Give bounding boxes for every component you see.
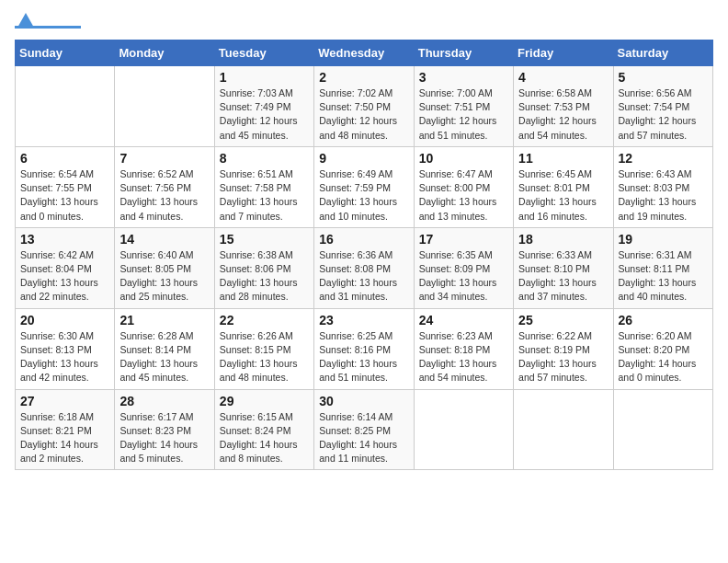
day-number: 16 — [319, 232, 408, 247]
day-number: 25 — [518, 313, 608, 327]
day-detail: Sunrise: 6:42 AM Sunset: 8:04 PM Dayligh… — [20, 248, 109, 304]
day-number: 7 — [119, 151, 209, 166]
day-detail: Sunrise: 6:17 AM Sunset: 8:23 PM Dayligh… — [119, 410, 209, 466]
cell-1-4: 2Sunrise: 7:02 AM Sunset: 7:50 PM Daylig… — [314, 66, 414, 147]
day-number: 10 — [419, 151, 508, 166]
cell-4-2: 21Sunrise: 6:28 AM Sunset: 8:14 PM Dayli… — [115, 308, 214, 389]
day-number: 29 — [220, 394, 309, 408]
logo — [15, 15, 83, 29]
day-detail: Sunrise: 6:25 AM Sunset: 8:16 PM Dayligh… — [319, 329, 408, 385]
day-detail: Sunrise: 6:26 AM Sunset: 8:15 PM Dayligh… — [220, 329, 309, 385]
day-detail: Sunrise: 7:03 AM Sunset: 7:49 PM Dayligh… — [220, 86, 309, 143]
day-detail: Sunrise: 6:30 AM Sunset: 8:13 PM Dayligh… — [20, 329, 109, 385]
day-detail: Sunrise: 6:45 AM Sunset: 8:01 PM Dayligh… — [518, 167, 608, 224]
cell-3-2: 14Sunrise: 6:40 AM Sunset: 8:05 PM Dayli… — [115, 227, 214, 308]
week-row-1: 1Sunrise: 7:03 AM Sunset: 7:49 PM Daylig… — [16, 66, 713, 147]
week-row-5: 27Sunrise: 6:18 AM Sunset: 8:21 PM Dayli… — [16, 389, 713, 470]
day-number: 14 — [119, 232, 209, 247]
page-header — [15, 15, 713, 29]
cell-5-7 — [613, 389, 712, 470]
cell-3-4: 16Sunrise: 6:36 AM Sunset: 8:08 PM Dayli… — [314, 227, 414, 308]
day-number: 28 — [119, 394, 209, 408]
day-number: 8 — [220, 151, 309, 166]
day-detail: Sunrise: 6:31 AM Sunset: 8:11 PM Dayligh… — [619, 248, 708, 304]
cell-4-7: 26Sunrise: 6:20 AM Sunset: 8:20 PM Dayli… — [613, 308, 712, 389]
cell-4-1: 20Sunrise: 6:30 AM Sunset: 8:13 PM Dayli… — [16, 308, 115, 389]
day-detail: Sunrise: 6:51 AM Sunset: 7:58 PM Dayligh… — [220, 167, 309, 224]
cell-2-5: 10Sunrise: 6:47 AM Sunset: 8:00 PM Dayli… — [414, 146, 513, 227]
header-row: SundayMondayTuesdayWednesdayThursdayFrid… — [16, 40, 713, 66]
col-header-monday: Monday — [115, 40, 214, 66]
day-detail: Sunrise: 6:40 AM Sunset: 8:05 PM Dayligh… — [119, 248, 209, 304]
calendar-table: SundayMondayTuesdayWednesdayThursdayFrid… — [15, 40, 713, 470]
day-number: 21 — [119, 313, 209, 327]
day-detail: Sunrise: 6:36 AM Sunset: 8:08 PM Dayligh… — [319, 248, 408, 304]
cell-4-5: 24Sunrise: 6:23 AM Sunset: 8:18 PM Dayli… — [414, 308, 513, 389]
col-header-thursday: Thursday — [414, 40, 513, 66]
week-row-3: 13Sunrise: 6:42 AM Sunset: 8:04 PM Dayli… — [16, 227, 713, 308]
day-detail: Sunrise: 6:43 AM Sunset: 8:03 PM Dayligh… — [619, 167, 708, 224]
cell-5-2: 28Sunrise: 6:17 AM Sunset: 8:23 PM Dayli… — [115, 389, 214, 470]
day-number: 6 — [20, 151, 109, 166]
day-detail: Sunrise: 6:38 AM Sunset: 8:06 PM Dayligh… — [220, 248, 309, 304]
day-number: 27 — [20, 394, 109, 408]
week-row-2: 6Sunrise: 6:54 AM Sunset: 7:55 PM Daylig… — [16, 146, 713, 227]
day-detail: Sunrise: 7:00 AM Sunset: 7:51 PM Dayligh… — [419, 86, 508, 143]
cell-3-3: 15Sunrise: 6:38 AM Sunset: 8:06 PM Dayli… — [214, 227, 313, 308]
cell-5-5 — [414, 389, 513, 470]
cell-2-2: 7Sunrise: 6:52 AM Sunset: 7:56 PM Daylig… — [115, 146, 214, 227]
cell-5-4: 30Sunrise: 6:14 AM Sunset: 8:25 PM Dayli… — [314, 389, 414, 470]
day-detail: Sunrise: 6:52 AM Sunset: 7:56 PM Dayligh… — [119, 167, 209, 224]
day-number: 17 — [419, 232, 508, 247]
day-number: 12 — [619, 151, 708, 166]
cell-5-1: 27Sunrise: 6:18 AM Sunset: 8:21 PM Dayli… — [16, 389, 115, 470]
col-header-sunday: Sunday — [16, 40, 115, 66]
cell-2-1: 6Sunrise: 6:54 AM Sunset: 7:55 PM Daylig… — [16, 146, 115, 227]
day-detail: Sunrise: 6:28 AM Sunset: 8:14 PM Dayligh… — [119, 329, 209, 385]
cell-1-3: 1Sunrise: 7:03 AM Sunset: 7:49 PM Daylig… — [214, 66, 313, 147]
cell-2-6: 11Sunrise: 6:45 AM Sunset: 8:01 PM Dayli… — [514, 146, 613, 227]
day-detail: Sunrise: 6:20 AM Sunset: 8:20 PM Dayligh… — [619, 329, 708, 385]
col-header-tuesday: Tuesday — [214, 40, 313, 66]
cell-3-7: 19Sunrise: 6:31 AM Sunset: 8:11 PM Dayli… — [613, 227, 712, 308]
day-number: 4 — [518, 70, 608, 85]
day-number: 15 — [220, 232, 309, 247]
day-number: 26 — [619, 313, 708, 327]
day-detail: Sunrise: 6:49 AM Sunset: 7:59 PM Dayligh… — [319, 167, 408, 224]
day-detail: Sunrise: 6:56 AM Sunset: 7:54 PM Dayligh… — [619, 86, 708, 143]
cell-4-4: 23Sunrise: 6:25 AM Sunset: 8:16 PM Dayli… — [314, 308, 414, 389]
day-number: 18 — [518, 232, 608, 247]
day-number: 23 — [319, 313, 408, 327]
cell-1-7: 5Sunrise: 6:56 AM Sunset: 7:54 PM Daylig… — [613, 66, 712, 147]
logo-underline — [15, 26, 81, 29]
day-number: 1 — [220, 70, 309, 85]
cell-1-5: 3Sunrise: 7:00 AM Sunset: 7:51 PM Daylig… — [414, 66, 513, 147]
day-detail: Sunrise: 6:35 AM Sunset: 8:09 PM Dayligh… — [419, 248, 508, 304]
day-detail: Sunrise: 6:33 AM Sunset: 8:10 PM Dayligh… — [518, 248, 608, 304]
cell-1-6: 4Sunrise: 6:58 AM Sunset: 7:53 PM Daylig… — [514, 66, 613, 147]
day-number: 11 — [518, 151, 608, 166]
day-detail: Sunrise: 6:58 AM Sunset: 7:53 PM Dayligh… — [518, 86, 608, 143]
day-number: 19 — [619, 232, 708, 247]
cell-5-6 — [514, 389, 613, 470]
day-number: 3 — [419, 70, 508, 85]
day-detail: Sunrise: 6:47 AM Sunset: 8:00 PM Dayligh… — [419, 167, 508, 224]
cell-2-3: 8Sunrise: 6:51 AM Sunset: 7:58 PM Daylig… — [214, 146, 313, 227]
day-number: 22 — [220, 313, 309, 327]
col-header-saturday: Saturday — [613, 40, 712, 66]
week-row-4: 20Sunrise: 6:30 AM Sunset: 8:13 PM Dayli… — [16, 308, 713, 389]
cell-5-3: 29Sunrise: 6:15 AM Sunset: 8:24 PM Dayli… — [214, 389, 313, 470]
cell-2-4: 9Sunrise: 6:49 AM Sunset: 7:59 PM Daylig… — [314, 146, 414, 227]
day-detail: Sunrise: 6:23 AM Sunset: 8:18 PM Dayligh… — [419, 329, 508, 385]
cell-4-6: 25Sunrise: 6:22 AM Sunset: 8:19 PM Dayli… — [514, 308, 613, 389]
day-number: 5 — [619, 70, 708, 85]
day-detail: Sunrise: 6:18 AM Sunset: 8:21 PM Dayligh… — [20, 410, 109, 466]
cell-1-2 — [115, 66, 214, 147]
day-number: 2 — [319, 70, 408, 85]
col-header-wednesday: Wednesday — [314, 40, 414, 66]
col-header-friday: Friday — [514, 40, 613, 66]
day-number: 9 — [319, 151, 408, 166]
day-number: 13 — [20, 232, 109, 247]
day-number: 30 — [319, 394, 408, 408]
cell-3-6: 18Sunrise: 6:33 AM Sunset: 8:10 PM Dayli… — [514, 227, 613, 308]
